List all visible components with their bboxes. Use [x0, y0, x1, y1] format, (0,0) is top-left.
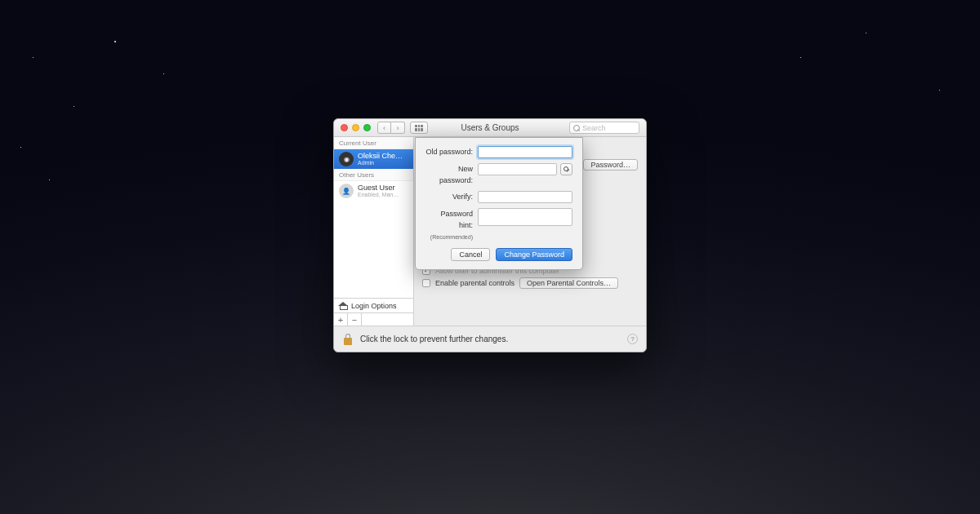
footer: Click the lock to prevent further change… — [334, 326, 646, 352]
new-password-input[interactable] — [478, 163, 557, 175]
show-all-button[interactable] — [410, 122, 428, 134]
sidebar-item-current-user[interactable]: ◉ Oleksii Che… Admin — [334, 149, 413, 169]
search-icon — [573, 125, 580, 131]
old-password-input[interactable] — [478, 146, 572, 158]
minimize-icon[interactable] — [352, 124, 359, 131]
sidebar-header-other: Other Users — [334, 169, 413, 181]
new-password-label: New password: — [425, 163, 478, 186]
avatar-icon: 👤 — [339, 184, 354, 198]
help-button[interactable]: ? — [627, 334, 638, 344]
avatar-icon: ◉ — [339, 152, 354, 166]
login-options[interactable]: Login Options — [334, 298, 413, 312]
sidebar-item-label: Oleksii Che… — [358, 153, 403, 160]
sidebar-item-guest[interactable]: 👤 Guest User Enabled, Man… — [334, 181, 413, 201]
change-password-button[interactable]: Change Password — [496, 248, 572, 261]
old-password-label: Old password: — [425, 146, 478, 157]
back-button[interactable]: ‹ — [377, 122, 391, 134]
checkbox-parental[interactable] — [422, 279, 430, 287]
hint-input[interactable] — [478, 208, 572, 226]
home-icon — [339, 301, 348, 310]
grid-icon — [415, 125, 423, 131]
parental-label: Enable parental controls — [435, 279, 514, 287]
forward-button[interactable]: › — [391, 122, 405, 134]
add-user-button[interactable]: + — [334, 313, 348, 326]
maximize-icon[interactable] — [363, 124, 371, 131]
remove-user-button[interactable]: − — [348, 313, 362, 326]
password-assistant-button[interactable] — [560, 163, 572, 175]
verify-input[interactable] — [478, 191, 572, 203]
search-input[interactable]: Search — [569, 122, 639, 134]
titlebar: ‹ › Users & Groups Search — [334, 119, 646, 137]
lock-text: Click the lock to prevent further change… — [360, 335, 508, 343]
key-icon — [564, 166, 569, 172]
hint-label: Password hint:(Recommended) — [425, 208, 478, 243]
sidebar: Current User ◉ Oleksii Che… Admin Other … — [334, 137, 414, 326]
cancel-button[interactable]: Cancel — [451, 248, 490, 261]
sidebar-header-current: Current User — [334, 137, 413, 149]
open-parental-button[interactable]: Open Parental Controls… — [519, 277, 618, 289]
sidebar-item-label: Guest User — [358, 184, 399, 192]
sidebar-item-sublabel: Enabled, Man… — [358, 192, 399, 197]
search-placeholder: Search — [582, 124, 606, 132]
login-options-label: Login Options — [351, 302, 397, 310]
sidebar-item-sublabel: Admin — [358, 160, 403, 166]
verify-label: Verify: — [425, 191, 478, 202]
lock-icon[interactable] — [342, 333, 354, 346]
change-password-peek-button[interactable]: Password… — [583, 159, 638, 171]
change-password-sheet: Old password: New password: Verify: Pass… — [415, 137, 583, 270]
close-icon[interactable] — [341, 124, 348, 131]
